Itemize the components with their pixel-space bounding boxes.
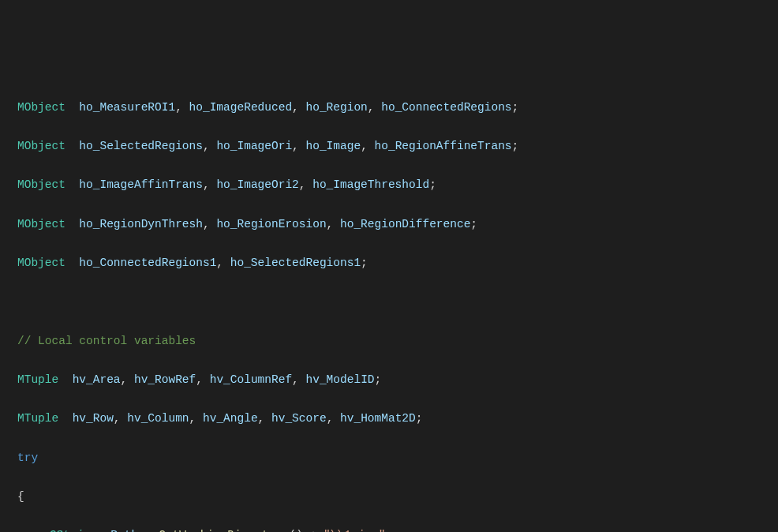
code-line: MObject ho_SelectedRegions, ho_ImageOri,… — [0, 137, 778, 156]
code-line: try — [0, 448, 778, 468]
comment-line: // Local control variables — [0, 332, 778, 351]
code-line: MObject ho_ConnectedRegions1, ho_Selecte… — [0, 253, 778, 273]
blank-line — [0, 292, 778, 312]
code-line: MTuple hv_Area, hv_RowRef, hv_ColumnRef,… — [0, 370, 778, 390]
code-line: { — [0, 487, 778, 507]
type-keyword: MObject — [17, 101, 65, 114]
code-line: MTuple hv_Row, hv_Column, hv_Angle, hv_S… — [0, 409, 778, 429]
code-line: MObject ho_RegionDynThresh, ho_RegionEro… — [0, 215, 778, 234]
code-line: MObject ho_MeasureROI1, ho_ImageReduced,… — [0, 98, 778, 118]
code-line: CString sPath = GetWorkingDirectory() + … — [0, 526, 778, 532]
code-editor[interactable]: MObject ho_MeasureROI1, ho_ImageReduced,… — [0, 78, 778, 532]
code-line: MObject ho_ImageAffinTrans, ho_ImageOri2… — [0, 175, 778, 195]
